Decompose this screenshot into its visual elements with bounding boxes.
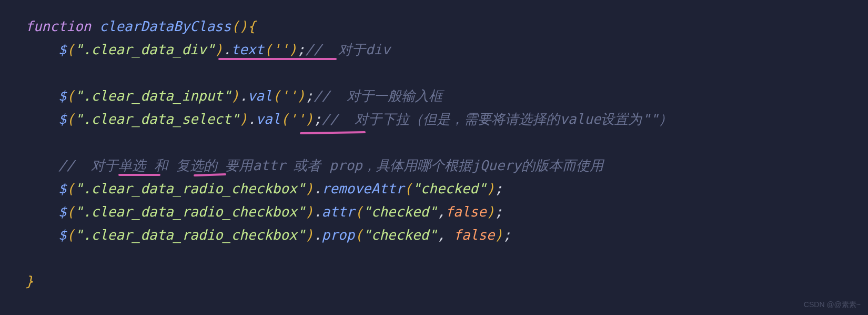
token-semi: ;	[305, 88, 314, 104]
token-boolean: false	[445, 204, 486, 220]
token-paren: )	[305, 204, 314, 220]
token-indent	[25, 42, 58, 57]
token-comment: // 对于div	[305, 42, 390, 57]
token-comma: ,	[437, 204, 446, 220]
token-space	[91, 18, 99, 34]
token-dollar: $	[58, 42, 67, 57]
token-boolean: false	[453, 227, 494, 243]
token-paren: )	[305, 181, 314, 196]
token-paren: )	[494, 227, 503, 243]
token-paren: (	[66, 204, 75, 220]
token-string: ".clear_data_radio_checkbox"	[75, 227, 305, 243]
token-paren: )	[487, 204, 495, 220]
token-indent	[25, 181, 58, 196]
token-dollar: $	[58, 88, 67, 104]
token-args: ('')	[272, 88, 306, 104]
token-paren: (	[66, 42, 75, 57]
annotation-underline	[118, 174, 160, 176]
token-string: "checked"	[363, 204, 437, 220]
token-indent	[25, 88, 58, 104]
token-paren: (	[66, 111, 75, 127]
token-dollar: $	[58, 204, 67, 220]
token-semi: ;	[314, 111, 322, 127]
token-paren: )	[487, 181, 495, 196]
token-indent	[25, 227, 58, 243]
token-method: val	[248, 88, 272, 104]
blank-line	[25, 134, 34, 150]
token-paren: (	[66, 181, 75, 196]
token-comment: // 对于单选 和 复选的 要用attr 或者 prop，具体用哪个根据jQue…	[58, 158, 603, 173]
watermark-text: CSDN @@素素~	[804, 300, 861, 310]
token-string: ".clear_data_radio_checkbox"	[75, 204, 305, 220]
token-brace: (){	[231, 18, 256, 34]
token-args: ('')	[280, 111, 314, 127]
token-paren: (	[355, 204, 363, 220]
token-string: ".clear_data_select"	[75, 111, 239, 127]
token-dollar: $	[58, 111, 67, 127]
token-method: val	[256, 111, 280, 127]
token-dot: .	[314, 181, 322, 196]
token-semi: ;	[297, 42, 306, 57]
code-block: function clearDataByClass(){ $(".clear_d…	[0, 0, 868, 293]
token-comma: ,	[437, 227, 453, 243]
token-string: ".clear_data_radio_checkbox"	[75, 181, 305, 196]
blank-line	[25, 65, 34, 81]
token-paren: (	[66, 227, 75, 243]
annotation-underline	[218, 58, 337, 60]
token-keyword: function	[25, 18, 91, 34]
token-paren: (	[404, 181, 412, 196]
token-dot: .	[248, 111, 256, 127]
token-paren: )	[305, 227, 314, 243]
token-dot: .	[314, 204, 322, 220]
token-indent	[25, 111, 58, 127]
token-method: removeAttr	[322, 181, 405, 196]
token-method: prop	[322, 227, 355, 243]
token-paren: )	[231, 88, 239, 104]
token-indent	[25, 204, 58, 220]
token-semi: ;	[503, 227, 511, 243]
token-method: text	[231, 42, 264, 57]
token-string: ".clear_data_div"	[75, 42, 215, 57]
token-dollar: $	[58, 181, 67, 196]
token-dot: .	[314, 227, 322, 243]
token-string: "checked"	[363, 227, 437, 243]
token-comment: // 对于下拉（但是，需要将请选择的value设置为""）	[322, 111, 672, 127]
token-semi: ;	[494, 204, 503, 220]
token-paren: )	[239, 111, 248, 127]
token-dot: .	[223, 42, 231, 57]
token-dollar: $	[58, 227, 67, 243]
token-indent	[25, 158, 58, 173]
token-string: ".clear_data_input"	[75, 88, 231, 104]
token-paren: (	[355, 227, 363, 243]
token-semi: ;	[494, 181, 503, 196]
token-brace: }	[25, 273, 34, 289]
token-dot: .	[239, 88, 248, 104]
token-paren: (	[66, 88, 75, 104]
token-string: "checked"	[412, 181, 487, 196]
token-paren: )	[215, 42, 223, 57]
token-function-name: clearDataByClass	[99, 18, 231, 34]
token-args: ('')	[264, 42, 297, 57]
token-method: attr	[322, 204, 355, 220]
token-comment: // 对于一般输入框	[314, 88, 442, 104]
blank-line	[25, 250, 34, 266]
